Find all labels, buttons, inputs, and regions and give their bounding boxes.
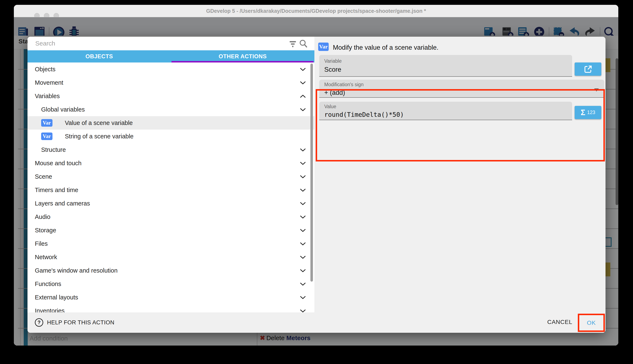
list-item[interactable]: External layouts	[28, 290, 314, 304]
variable-field[interactable]: Variable Score	[319, 55, 572, 77]
search-input[interactable]	[35, 40, 277, 47]
list-item-label: Game's window and resolution	[35, 267, 118, 274]
cancel-button[interactable]: CANCEL	[547, 319, 572, 326]
chevron-down-icon	[300, 215, 306, 219]
chevron-down-icon	[300, 282, 306, 286]
search-icon[interactable]	[299, 39, 308, 48]
field-value: Score	[324, 66, 341, 74]
filter-icon[interactable]	[289, 40, 297, 48]
window-title: GDevelop 5 - /Users/dkarakay/Documents/G…	[206, 8, 426, 14]
list-item-label: Objects	[35, 66, 55, 73]
field-label: Value	[324, 104, 336, 110]
list-item[interactable]: Structure	[28, 143, 314, 156]
sigma-icon: Σ	[581, 108, 585, 117]
list-item-label: Inventories	[35, 308, 65, 313]
action-chooser-panel: OBJECTS OTHER ACTIONS Objects Movement V…	[28, 37, 314, 312]
list-item[interactable]: Global variables	[28, 103, 314, 116]
list-item[interactable]: Audio	[28, 210, 314, 224]
list-item-label: Audio	[35, 214, 50, 220]
list-item-label: Functions	[35, 280, 61, 288]
list-item[interactable]: Mouse and touch	[28, 156, 314, 170]
list-item[interactable]: VarString of a scene variable	[28, 130, 314, 143]
search-row	[28, 37, 314, 50]
list-item[interactable]: Objects	[28, 62, 314, 76]
tab-objects[interactable]: OBJECTS	[28, 50, 171, 62]
field-label: Modification's sign	[324, 82, 364, 88]
chevron-down-icon	[300, 296, 306, 300]
variable-icon: Var	[318, 42, 329, 51]
chevron-down-icon	[300, 242, 306, 246]
help-icon: ?	[35, 318, 43, 327]
open-in-new-icon	[583, 64, 593, 74]
tab-bar: OBJECTS OTHER ACTIONS	[28, 50, 314, 62]
list-scrollbar-thumb[interactable]	[310, 64, 313, 282]
list-item-label: Scene	[35, 173, 52, 180]
tab-label: OTHER ACTIONS	[219, 53, 267, 60]
chevron-down-icon	[300, 202, 306, 206]
chevron-down-icon	[300, 162, 306, 165]
chevron-down-icon	[300, 188, 306, 192]
help-button[interactable]: ? HELP FOR THIS ACTION	[35, 318, 114, 327]
chevron-down-icon	[300, 256, 306, 259]
modification-sign-select[interactable]: Modification's sign + (add)	[319, 80, 604, 98]
chevron-down-icon	[300, 228, 306, 232]
list-item[interactable]: Files	[28, 237, 314, 250]
list-item-label: External layouts	[35, 294, 78, 301]
tab-label: OBJECTS	[85, 53, 113, 60]
expression-builder-button[interactable]: Σ 123	[575, 106, 601, 119]
sigma-button-label: 123	[587, 110, 595, 115]
list-item-label: Network	[35, 254, 57, 261]
var-icon: Var	[41, 132, 53, 140]
action-title: Modify the value of a scene variable.	[333, 44, 438, 51]
list-item-label: Global variables	[41, 106, 85, 113]
list-item-label: Timers and time	[35, 186, 78, 194]
list-item-label: Storage	[35, 227, 56, 234]
field-label: Variable	[324, 58, 342, 64]
list-item[interactable]: Variables	[28, 89, 314, 103]
field-value: round(TimeDelta()*50)	[324, 111, 404, 118]
help-label: HELP FOR THIS ACTION	[47, 319, 114, 326]
list-item[interactable]: Timers and time	[28, 183, 314, 197]
list-item-label: Movement	[35, 79, 63, 86]
chevron-down-icon	[300, 309, 306, 312]
list-item-label: Files	[35, 240, 48, 247]
list-item-label: Value of a scene variable	[65, 120, 133, 126]
action-editor-dialog: OBJECTS OTHER ACTIONS Objects Movement V…	[28, 37, 605, 333]
dialog-footer: ? HELP FOR THIS ACTION CANCEL	[28, 312, 605, 333]
open-variable-editor-button[interactable]	[575, 62, 601, 76]
list-item[interactable]: Scene	[28, 170, 314, 183]
dropdown-caret-icon	[594, 88, 599, 92]
list-item-label: Mouse and touch	[35, 160, 81, 167]
value-expression-field[interactable]: Value round(TimeDelta()*50)	[319, 102, 572, 120]
tab-other-actions[interactable]: OTHER ACTIONS	[171, 50, 314, 62]
action-config-panel: Var Modify the value of a scene variable…	[314, 37, 605, 312]
list-item[interactable]: Network	[28, 250, 314, 264]
list-item[interactable]: Storage	[28, 224, 314, 237]
list-item-label: Layers and cameras	[35, 200, 90, 207]
var-icon: Var	[41, 119, 53, 127]
list-item[interactable]: Inventories	[28, 304, 314, 312]
list-item-label: Variables	[35, 93, 60, 100]
action-category-list: Objects Movement Variables Global variab…	[28, 62, 314, 312]
list-item[interactable]: Game's window and resolution	[28, 264, 314, 277]
list-item[interactable]: Functions	[28, 277, 314, 290]
chevron-down-icon	[300, 81, 306, 85]
chevron-down-icon	[300, 108, 306, 112]
chevron-down-icon	[300, 269, 306, 272]
chevron-up-icon	[300, 94, 306, 98]
list-item-label: Structure	[41, 146, 66, 153]
active-tab-indicator	[171, 61, 314, 62]
list-item[interactable]: VarValue of a scene variable	[28, 116, 314, 130]
chevron-down-icon	[300, 175, 306, 179]
chevron-down-icon	[300, 148, 306, 152]
title-bar: GDevelop 5 - /Users/dkarakay/Documents/G…	[14, 5, 618, 17]
chevron-down-icon	[300, 68, 306, 71]
field-value: + (add)	[324, 89, 345, 96]
list-item-label: String of a scene variable	[65, 133, 134, 140]
list-item[interactable]: Layers and cameras	[28, 197, 314, 210]
list-item[interactable]: Movement	[28, 76, 314, 89]
